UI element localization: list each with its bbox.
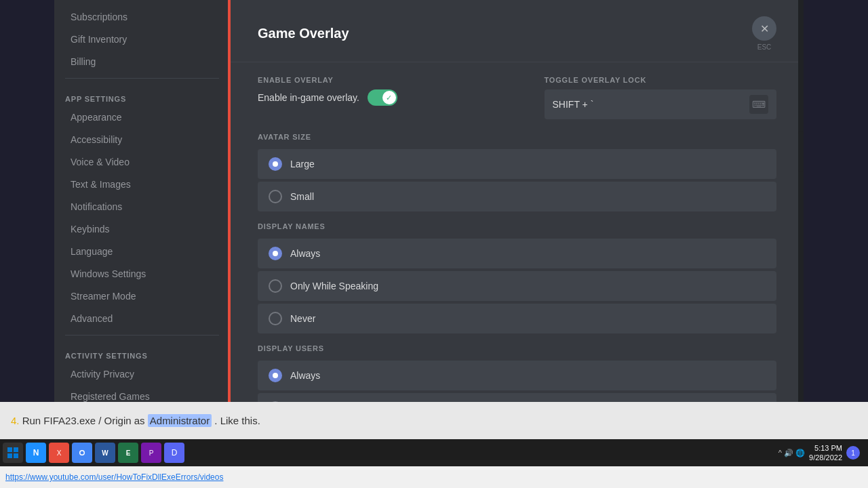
tray-icons: ^ 🔊 🌐 — [778, 449, 805, 458]
sidebar-divider — [65, 78, 219, 79]
close-button[interactable]: ✕ — [752, 16, 776, 41]
browser-url: https://www.youtube.com/user/HowToFixDll… — [5, 472, 223, 482]
avatar-large-label: Large — [290, 159, 315, 169]
enable-overlay-label: ENABLE OVERLAY — [258, 76, 490, 84]
app-settings-header: APP SETTINGS — [54, 84, 230, 106]
avatar-size-label: AVATAR SIZE — [258, 133, 776, 141]
discord-window: Subscriptions Gift Inventory Billing APP… — [54, 0, 804, 439]
close-icon: ✕ — [760, 22, 769, 35]
taskbar-time: 5:13 PM 9/28/2022 — [809, 443, 842, 463]
toggle-knob: ✓ — [382, 91, 396, 104]
display-users-always-option[interactable]: Always — [258, 361, 776, 390]
display-names-always-radio — [269, 247, 282, 260]
hotkey-label: TOGGLE OVERLAY LOCK — [545, 76, 777, 84]
main-content: Game Overlay ✕ ESC ENABLE OVERLAY Enable… — [231, 0, 804, 439]
banner-end-text: . Like this. — [214, 415, 260, 426]
sidebar-item-gift-inventory[interactable]: Gift Inventory — [60, 28, 224, 50]
sidebar-item[interactable]: Subscriptions — [60, 6, 224, 28]
banner-number: 4. — [11, 415, 22, 426]
banner-main-text: Run FIFA23.exe / Origin as — [22, 415, 148, 426]
display-names-speaking-label: Only While Speaking — [290, 281, 378, 291]
sidebar-item-windows-settings[interactable]: Windows Settings — [60, 263, 224, 285]
avatar-small-label: Small — [290, 191, 314, 202]
esc-label: ESC — [757, 43, 772, 51]
sidebar-item-language[interactable]: Language — [60, 241, 224, 262]
taskbar-chrome[interactable] — [72, 443, 92, 463]
taskbar-excel[interactable]: E — [118, 443, 138, 463]
overlay-controls: ENABLE OVERLAY Enable in-game overlay. ✓… — [258, 76, 776, 119]
taskbar-discord[interactable]: D — [164, 443, 184, 463]
banner-highlight: Administrator — [148, 414, 212, 427]
taskbar-app-3[interactable]: P — [141, 443, 161, 463]
page-header: Game Overlay ✕ ESC — [231, 0, 804, 62]
svg-rect-1 — [14, 447, 18, 452]
display-names-speaking-option[interactable]: Only While Speaking — [258, 271, 776, 301]
page-title: Game Overlay — [258, 26, 349, 41]
display-names-label: DISPLAY NAMES — [258, 222, 776, 230]
taskbar-word[interactable]: W — [95, 443, 115, 463]
activity-settings-header: ACTIVITY SETTINGS — [54, 341, 230, 363]
date-display: 9/28/2022 — [809, 453, 842, 462]
sidebar-divider-2 — [65, 335, 219, 336]
enable-overlay-section: ENABLE OVERLAY Enable in-game overlay. ✓ — [258, 76, 490, 119]
display-names-never-option[interactable]: Never — [258, 304, 776, 333]
svg-rect-3 — [14, 453, 18, 458]
overlay-description: Enable in-game overlay. — [258, 92, 359, 103]
avatar-small-radio — [269, 190, 282, 203]
display-names-speaking-radio — [269, 279, 282, 293]
sidebar-item-text-images[interactable]: Text & Images — [60, 174, 224, 195]
taskbar-app-2[interactable]: X — [49, 443, 69, 463]
notification-badge: 1 — [846, 446, 860, 460]
sidebar-item-voice-video[interactable]: Voice & Video — [60, 151, 224, 173]
close-area: ✕ ESC — [752, 16, 776, 51]
hotkey-text: SHIFT + ` — [553, 99, 745, 110]
display-users-label: DISPLAY USERS — [258, 344, 776, 352]
sidebar-item-notifications[interactable]: Notifications — [60, 196, 224, 218]
avatar-large-radio — [269, 157, 282, 171]
overlay-toggle[interactable]: ✓ — [368, 89, 397, 106]
sidebar-item-advanced[interactable]: Advanced — [60, 308, 224, 329]
svg-rect-2 — [7, 453, 12, 458]
taskbar-app-1[interactable]: N — [26, 443, 46, 463]
sidebar-item-activity-privacy[interactable]: Activity Privacy — [60, 363, 224, 385]
display-users-always-label: Always — [290, 370, 320, 381]
scrollbar-track[interactable] — [798, 0, 804, 439]
sidebar-item-billing[interactable]: Billing — [60, 51, 224, 73]
avatar-small-option[interactable]: Small — [258, 182, 776, 211]
display-names-always-label: Always — [290, 248, 320, 259]
bottom-banner: 4. Run FIFA23.exe / Origin as Administra… — [0, 402, 868, 439]
enable-section: ENABLE OVERLAY Enable in-game overlay. ✓… — [231, 62, 804, 439]
hotkey-section: TOGGLE OVERLAY LOCK SHIFT + ` ⌨ — [545, 76, 777, 119]
avatar-large-option[interactable]: Large — [258, 149, 776, 179]
svg-rect-0 — [7, 447, 12, 452]
taskbar: N X W E P D ^ 🔊 🌐 5:13 PM 9/28 — [0, 439, 868, 466]
display-names-never-label: Never — [290, 313, 315, 324]
display-names-section: DISPLAY NAMES Always Only While Speaking… — [258, 222, 776, 333]
display-names-never-radio — [269, 312, 282, 325]
display-users-always-radio — [269, 369, 282, 382]
sidebar-item-accessibility[interactable]: Accessibility — [60, 129, 224, 150]
time-display: 5:13 PM — [809, 443, 842, 453]
display-names-always-option[interactable]: Always — [258, 239, 776, 268]
hotkey-display[interactable]: SHIFT + ` ⌨ — [545, 89, 777, 119]
taskbar-right: ^ 🔊 🌐 5:13 PM 9/28/2022 1 — [778, 443, 865, 463]
scrollbar-thumb[interactable] — [798, 131, 804, 172]
avatar-size-section: AVATAR SIZE Large Small — [258, 133, 776, 211]
banner-text: 4. Run FIFA23.exe / Origin as Administra… — [11, 415, 260, 426]
browser-bar: https://www.youtube.com/user/HowToFixDll… — [0, 466, 868, 488]
sidebar-item-appearance[interactable]: Appearance — [60, 106, 224, 128]
svg-point-6 — [81, 451, 84, 455]
sidebar: Subscriptions Gift Inventory Billing APP… — [54, 0, 231, 439]
sidebar-item-keybinds[interactable]: Keybinds — [60, 218, 224, 240]
keyboard-icon: ⌨ — [749, 95, 768, 114]
taskbar-icons: N X W E P D — [3, 443, 184, 463]
sidebar-item-streamer-mode[interactable]: Streamer Mode — [60, 285, 224, 307]
start-button[interactable] — [3, 443, 23, 463]
